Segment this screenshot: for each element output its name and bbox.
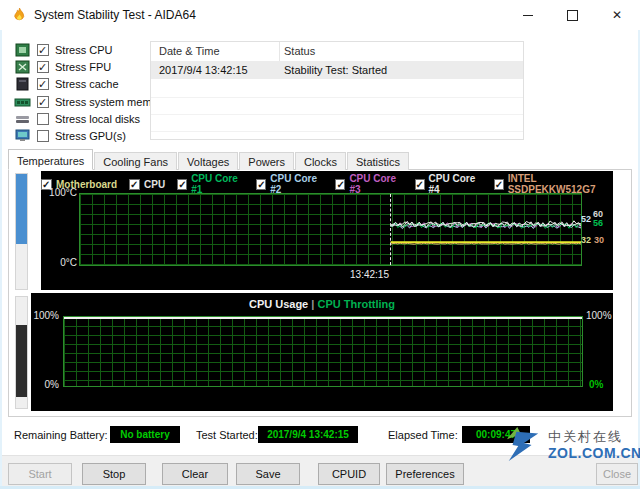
preferences-button[interactable]: Preferences <box>386 463 464 485</box>
legend-item-cpu-core-3[interactable]: CPU Core #3 <box>335 173 402 195</box>
event-log-row[interactable]: 2017/9/4 13:42:15 Stability Test: Starte… <box>151 61 523 79</box>
battery-value-box: No battery <box>110 426 180 443</box>
stress-disks-label: Stress local disks <box>55 113 140 125</box>
tab-bar: Temperatures Cooling Fans Voltages Power… <box>8 149 410 170</box>
tab-cooling-fans[interactable]: Cooling Fans <box>94 152 177 170</box>
cpu-throttling-title: CPU Throttling <box>317 298 395 310</box>
stress-memory-checkbox[interactable] <box>37 96 49 108</box>
stress-fpu-label: Stress FPU <box>55 61 111 73</box>
legend-item-cpu-core-4[interactable]: CPU Core #4 <box>415 173 482 195</box>
row-separator <box>151 97 523 98</box>
close-window-button[interactable]: Close <box>596 463 638 485</box>
battery-label: Remaining Battery: <box>14 429 108 441</box>
legend-checkbox[interactable] <box>256 179 266 190</box>
current-value-ssd: 30 <box>594 235 604 245</box>
stress-disks-checkbox[interactable] <box>37 113 49 125</box>
cache-chip-icon <box>14 77 31 91</box>
stress-cache-checkbox[interactable] <box>37 78 49 90</box>
stress-option-fpu[interactable]: Stress FPU <box>14 58 167 75</box>
legend-item-ssd[interactable]: INTEL SSDPEKKW512G7 <box>494 173 613 195</box>
tab-powers[interactable]: Powers <box>239 152 294 170</box>
row-separator <box>151 114 523 115</box>
slider-thumb[interactable] <box>16 325 27 397</box>
test-started-value-box: 2017/9/4 13:42:15 <box>258 426 358 443</box>
gpu-monitor-icon <box>14 129 31 143</box>
current-value-core2: 52 <box>581 214 591 224</box>
cpu-usage-line <box>64 317 582 319</box>
stress-option-cache[interactable]: Stress cache <box>14 76 167 93</box>
column-header-datetime[interactable]: Date & Time <box>159 45 220 57</box>
usage-chart-title: CPU Usage | CPU Throttling <box>31 298 613 310</box>
memory-module-icon <box>14 95 31 109</box>
cpu-chip-icon <box>14 43 31 57</box>
usage-y-min-right: 0% <box>589 379 603 390</box>
stress-fpu-checkbox[interactable] <box>37 61 49 73</box>
cpuid-button[interactable]: CPUID <box>318 463 380 485</box>
window-title: System Stability Test - AIDA64 <box>34 8 196 22</box>
temperature-chart: Motherboard CPU CPU Core #1 CPU Core #2 … <box>41 171 613 290</box>
usage-plot-grid <box>63 316 583 387</box>
window-edge <box>0 30 2 489</box>
minimize-button[interactable] <box>506 0 550 30</box>
legend-checkbox[interactable] <box>129 179 140 190</box>
legend-label: CPU Core #3 <box>349 173 402 195</box>
legend-checkbox[interactable] <box>177 179 187 190</box>
tab-temperatures[interactable]: Temperatures <box>8 149 93 170</box>
column-divider <box>279 42 280 61</box>
legend-item-cpu-core-1[interactable]: CPU Core #1 <box>177 173 244 195</box>
legend-label: INTEL SSDPEKKW512G7 <box>508 173 613 195</box>
temperature-chart-scale-slider[interactable] <box>15 173 28 290</box>
stress-options-list: Stress CPU Stress FPU Stress cache Stres… <box>14 41 167 145</box>
stress-option-cpu[interactable]: Stress CPU <box>14 41 167 58</box>
stress-gpu-checkbox[interactable] <box>37 130 49 142</box>
close-button[interactable]: ✕ <box>594 0 640 30</box>
legend-item-cpu[interactable]: CPU <box>129 179 165 190</box>
legend-checkbox[interactable] <box>415 179 425 190</box>
minimize-icon <box>523 15 533 16</box>
cpu-usage-title: CPU Usage <box>249 298 308 310</box>
slider-thumb[interactable] <box>16 174 27 244</box>
clear-button[interactable]: Clear <box>162 463 228 485</box>
event-log-header: Date & Time Status <box>151 42 523 62</box>
close-icon: ✕ <box>612 9 622 21</box>
usage-y-max-right: 100% <box>586 310 612 321</box>
stress-option-gpu[interactable]: Stress GPU(s) <box>14 127 167 144</box>
tab-voltages[interactable]: Voltages <box>178 152 238 170</box>
stress-cpu-label: Stress CPU <box>55 44 112 56</box>
stress-gpu-label: Stress GPU(s) <box>55 130 126 142</box>
temperature-plot-grid <box>79 193 582 266</box>
status-row: Remaining Battery: No battery Test Start… <box>0 425 640 447</box>
elapsed-time-value: 00:09:47 <box>476 429 516 440</box>
stop-button[interactable]: Stop <box>82 463 146 485</box>
tab-clocks[interactable]: Clocks <box>295 152 346 170</box>
stress-cpu-checkbox[interactable] <box>37 44 49 56</box>
elapsed-time-value-box: 00:09:47 <box>462 426 530 443</box>
legend-label: CPU Core #4 <box>429 173 482 195</box>
button-bar: Start Stop Clear Save CPUID Preferences … <box>0 455 640 489</box>
y-axis-max-label: 100°C <box>46 187 77 198</box>
usage-chart-scale-slider[interactable] <box>15 296 28 409</box>
current-value-core1: 56 <box>593 218 603 228</box>
stress-option-disks[interactable]: Stress local disks <box>14 110 167 127</box>
start-button[interactable]: Start <box>8 463 72 485</box>
title-separator: | <box>311 298 314 310</box>
hard-disk-icon <box>14 112 31 126</box>
temperature-legend: Motherboard CPU CPU Core #1 CPU Core #2 … <box>41 173 613 195</box>
cpu-usage-chart: CPU Usage | CPU Throttling 100% 0% 100% … <box>31 293 613 411</box>
legend-label: CPU Core #1 <box>191 173 244 195</box>
column-header-status[interactable]: Status <box>284 45 315 57</box>
titlebar: System Stability Test - AIDA64 ✕ <box>0 0 640 30</box>
usage-y-min-left: 0% <box>31 379 59 390</box>
event-log-table: Date & Time Status 2017/9/4 13:42:15 Sta… <box>150 41 524 140</box>
legend-checkbox[interactable] <box>335 179 345 190</box>
stress-option-memory[interactable]: Stress system memory <box>14 93 167 110</box>
usage-y-max-left: 100% <box>31 310 59 321</box>
legend-item-cpu-core-2[interactable]: CPU Core #2 <box>256 173 323 195</box>
maximize-button[interactable] <box>550 0 594 30</box>
tab-statistics[interactable]: Statistics <box>347 152 409 170</box>
stability-test-window: System Stability Test - AIDA64 ✕ Stress … <box>0 0 640 489</box>
maximize-icon <box>567 10 578 21</box>
stress-cache-label: Stress cache <box>55 78 119 90</box>
legend-checkbox[interactable] <box>494 179 504 190</box>
save-button[interactable]: Save <box>236 463 300 485</box>
